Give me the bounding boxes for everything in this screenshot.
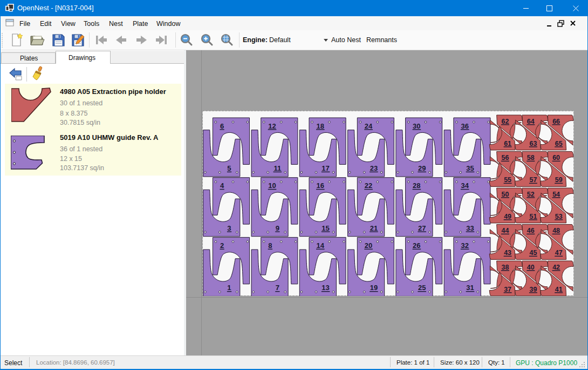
svg-text:27: 27 [418, 224, 426, 232]
svg-text:59: 59 [555, 176, 563, 184]
svg-text:63: 63 [529, 140, 537, 147]
svg-text:23: 23 [370, 164, 378, 172]
svg-text:55: 55 [504, 176, 511, 184]
svg-text:35: 35 [466, 164, 474, 172]
svg-text:46: 46 [527, 227, 535, 234]
svg-text:15: 15 [322, 224, 329, 232]
svg-text:16: 16 [317, 181, 324, 190]
svg-text:36: 36 [461, 122, 468, 130]
svg-text:37: 37 [504, 286, 511, 293]
svg-text:45: 45 [529, 249, 537, 257]
svg-text:31: 31 [466, 284, 474, 292]
svg-text:44: 44 [502, 227, 509, 234]
svg-text:42: 42 [552, 264, 560, 271]
svg-text:49: 49 [504, 213, 511, 220]
svg-text:20: 20 [365, 241, 372, 250]
svg-text:41: 41 [555, 286, 563, 293]
svg-text:26: 26 [413, 241, 420, 250]
svg-text:39: 39 [529, 286, 537, 293]
svg-text:21: 21 [370, 224, 378, 232]
svg-text:18: 18 [317, 122, 324, 130]
svg-text:2: 2 [220, 241, 224, 250]
svg-text:32: 32 [461, 241, 468, 250]
svg-text:3: 3 [227, 224, 231, 232]
svg-text:34: 34 [461, 181, 469, 190]
svg-text:6: 6 [220, 122, 224, 130]
svg-text:4: 4 [220, 181, 224, 190]
svg-text:8: 8 [268, 241, 272, 250]
svg-text:17: 17 [322, 164, 329, 172]
svg-text:33: 33 [466, 224, 474, 232]
svg-text:58: 58 [527, 154, 535, 162]
svg-text:38: 38 [502, 264, 509, 271]
svg-text:11: 11 [274, 164, 281, 172]
svg-text:40: 40 [527, 264, 535, 271]
svg-text:5: 5 [227, 164, 231, 172]
svg-text:12: 12 [268, 122, 276, 130]
svg-text:54: 54 [552, 191, 560, 198]
svg-text:43: 43 [504, 249, 511, 257]
svg-text:24: 24 [365, 122, 373, 130]
svg-text:52: 52 [527, 191, 535, 198]
svg-text:30: 30 [413, 122, 420, 130]
svg-text:22: 22 [365, 181, 372, 190]
svg-text:10: 10 [268, 181, 276, 190]
svg-text:53: 53 [555, 213, 563, 220]
svg-text:61: 61 [504, 140, 511, 147]
svg-text:28: 28 [413, 181, 420, 190]
svg-text:48: 48 [552, 227, 560, 234]
svg-text:57: 57 [529, 176, 537, 184]
svg-text:51: 51 [529, 213, 537, 220]
svg-text:7: 7 [276, 284, 279, 292]
svg-text:1: 1 [227, 284, 231, 292]
svg-text:56: 56 [502, 154, 509, 162]
svg-text:50: 50 [502, 191, 509, 198]
svg-text:65: 65 [555, 140, 563, 147]
svg-text:25: 25 [418, 284, 426, 292]
svg-text:29: 29 [418, 164, 426, 172]
svg-text:19: 19 [370, 284, 378, 292]
svg-text:13: 13 [322, 284, 329, 292]
svg-text:64: 64 [527, 118, 535, 125]
svg-text:9: 9 [276, 224, 279, 232]
svg-text:47: 47 [555, 249, 563, 257]
svg-text:62: 62 [502, 118, 509, 125]
svg-text:66: 66 [552, 118, 560, 125]
svg-text:14: 14 [317, 241, 325, 250]
svg-text:60: 60 [552, 154, 560, 162]
